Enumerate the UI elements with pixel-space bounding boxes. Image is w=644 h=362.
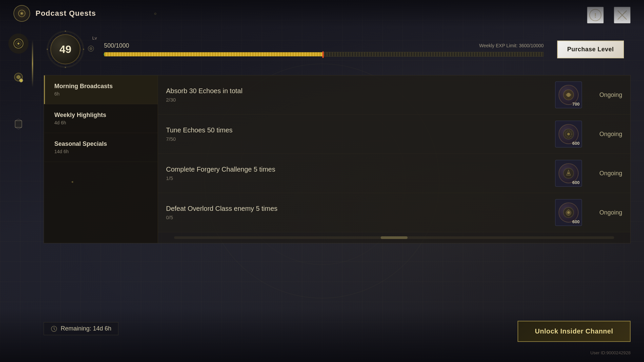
quests-layout: Morning Broadcasts 6h Weekly Highlights …: [44, 75, 631, 243]
category-name-morning: Morning Broadcasts: [54, 83, 148, 90]
top-bar: Podcast Quests: [0, 0, 644, 27]
lv-label: Lv: [92, 36, 97, 41]
level-exp-section: Lv 49 500/1000 Weekly: [44, 30, 631, 68]
top-bar-decoration: [154, 13, 156, 15]
quest-reward-3: 600: [555, 199, 582, 226]
quest-status-3: Ongoing: [589, 209, 622, 216]
unlock-channel-button[interactable]: Unlock Insider Channel: [518, 321, 631, 342]
quest-title-1: Tune Echoes 50 times: [166, 126, 548, 134]
category-time-morning: 6h: [54, 91, 148, 97]
bottom-section: Remaining: 14d 6h Unlock Insider Channel…: [0, 308, 644, 362]
quest-title-0: Absorb 30 Echoes in total: [166, 87, 548, 95]
category-time-seasonal: 14d 6h: [54, 149, 148, 154]
purchase-level-button[interactable]: Purchase Level: [557, 41, 624, 58]
quest-item-3: Defeat Overlord Class enemy 5 times 0/5 …: [158, 193, 630, 232]
svg-point-29: [90, 47, 92, 50]
svg-point-26: [47, 49, 48, 50]
category-name-seasonal: Seasonal Specials: [54, 140, 148, 147]
reward-value-0: 700: [572, 102, 580, 107]
quest-item-0: Absorb 30 Echoes in total 2/30 700 Ongoi…: [158, 75, 630, 115]
quest-item-1: Tune Echoes 50 times 7/50 600 Ongoing: [158, 115, 630, 154]
level-display: 49: [50, 34, 80, 64]
quest-item-2: Complete Forgery Challenge 5 times 1/5 6…: [158, 154, 630, 193]
reward-value-1: 600: [572, 141, 580, 146]
category-morning-broadcasts[interactable]: Morning Broadcasts 6h: [44, 75, 158, 104]
remaining-badge: Remaining: 14d 6h: [44, 322, 118, 335]
quest-status-0: Ongoing: [589, 92, 622, 99]
quest-title-2: Complete Forgery Challenge 5 times: [166, 166, 548, 173]
quest-progress-0: 2/30: [166, 97, 548, 103]
quest-text-1: Tune Echoes 50 times 7/50: [166, 126, 548, 142]
left-sidebar: ✦: [0, 27, 37, 228]
reward-value-3: 600: [572, 219, 580, 224]
sidebar-item-cube[interactable]: [8, 114, 29, 134]
exp-top-row: 500/1000 Weekly EXP Limit: 3600/10000: [104, 42, 544, 49]
quest-reward-1: 600: [555, 121, 582, 147]
svg-rect-17: [15, 121, 22, 127]
svg-point-2: [21, 13, 22, 14]
quests-list: Absorb 30 Echoes in total 2/30 700 Ongoi…: [158, 75, 630, 243]
quest-reward-0: 700: [555, 81, 582, 108]
sidebar-active-indicator: [32, 40, 33, 87]
category-name-weekly: Weekly Highlights: [54, 112, 148, 119]
svg-point-13: [17, 43, 19, 45]
category-list: Morning Broadcasts 6h Weekly Highlights …: [44, 75, 158, 243]
svg-text:✦: ✦: [20, 79, 22, 82]
scroll-hint-area: [158, 232, 630, 243]
svg-point-34: [567, 133, 570, 135]
quest-status-2: Ongoing: [589, 170, 622, 177]
quest-reward-2: 600: [555, 160, 582, 187]
quest-text-3: Defeat Overlord Class enemy 5 times 0/5: [166, 205, 548, 220]
svg-point-25: [83, 49, 84, 50]
quest-text-0: Absorb 30 Echoes in total 2/30: [166, 87, 548, 103]
exp-bar-empty: [324, 52, 543, 56]
reward-value-2: 600: [572, 180, 580, 185]
settings-icon-small: [87, 45, 97, 54]
quest-progress-3: 0/5: [166, 215, 548, 220]
sidebar-arrow-decoration: ◂: [71, 179, 73, 184]
scroll-hint[interactable]: [174, 236, 614, 239]
svg-point-27: [65, 67, 66, 68]
category-time-weekly: 4d 6h: [54, 120, 148, 125]
quest-progress-2: 1/5: [166, 175, 548, 181]
clock-icon: [51, 325, 57, 332]
sidebar-item-podcast[interactable]: [8, 34, 29, 54]
svg-point-31: [567, 93, 570, 97]
sidebar-item-echoes[interactable]: ✦: [8, 67, 29, 87]
svg-point-38: [567, 211, 570, 214]
quest-title-3: Defeat Overlord Class enemy 5 times: [166, 205, 548, 213]
remaining-text: Remaining: 14d 6h: [61, 325, 111, 332]
quest-status-1: Ongoing: [589, 131, 622, 138]
app-title: Podcast Quests: [36, 9, 96, 18]
exp-section: 500/1000 Weekly EXP Limit: 3600/10000: [104, 42, 544, 57]
exp-current: 500/1000: [104, 42, 129, 49]
quest-progress-1: 7/50: [166, 136, 548, 142]
exp-bar-fill: [104, 52, 324, 56]
category-weekly-highlights[interactable]: Weekly Highlights 4d 6h: [44, 104, 158, 133]
svg-point-24: [65, 31, 66, 32]
scroll-thumb: [381, 236, 408, 239]
weekly-limit: Weekly EXP Limit: 3600/10000: [479, 43, 544, 48]
quest-text-2: Complete Forgery Challenge 5 times 1/5: [166, 166, 548, 181]
user-id: User ID:9000242928: [590, 350, 631, 355]
level-circle-wrapper: 49: [50, 34, 80, 64]
exp-bar-container: [104, 52, 544, 57]
svg-point-36: [568, 172, 570, 174]
svg-line-41: [54, 329, 55, 330]
main-content: Lv 49 500/1000 Weekly: [44, 30, 631, 243]
category-seasonal-specials[interactable]: Seasonal Specials 14d 6h: [44, 133, 158, 162]
app-logo: [13, 5, 30, 22]
